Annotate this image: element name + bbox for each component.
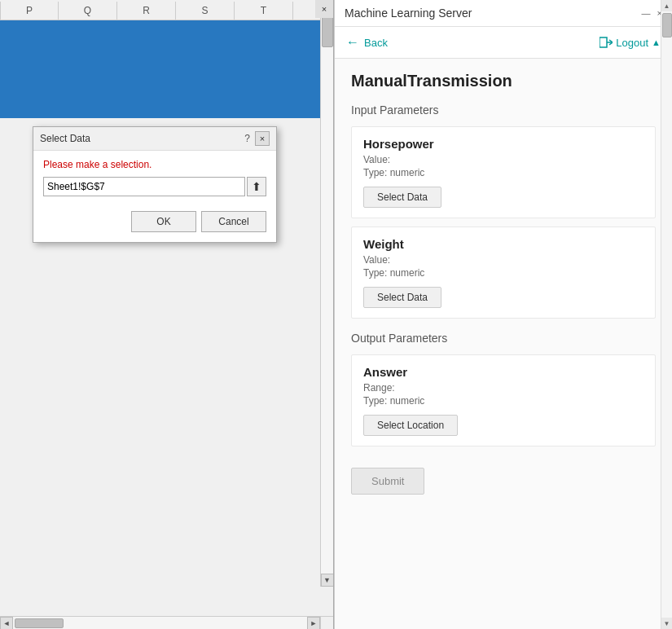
horsepower-name: Horsepower <box>363 137 643 151</box>
dialog-cancel-button[interactable]: Cancel <box>201 211 266 232</box>
weight-value-label: Value: <box>363 254 643 266</box>
back-arrow-icon: ← <box>346 35 359 50</box>
col-header-Q: Q <box>59 2 117 20</box>
ml-scroll-up-arrow[interactable]: ▲ <box>661 0 673 11</box>
weight-select-data-button[interactable]: Select Data <box>363 287 441 308</box>
back-label: Back <box>364 37 388 49</box>
ml-title: Machine Learning Server <box>345 7 472 20</box>
select-data-dialog: Select Data ? × Please make a selection.… <box>33 126 277 243</box>
ml-back-button[interactable]: ← Back <box>346 35 388 50</box>
output-section: Output Parameters Answer Range: Type: nu… <box>351 332 656 446</box>
col-header-P: P <box>0 2 59 20</box>
model-name: ManualTransmission <box>351 72 656 90</box>
dialog-input-row: ⬆ <box>43 177 266 196</box>
output-parameters-title: Output Parameters <box>351 332 656 345</box>
excel-panel: × P Q R S T U ▲ ▼ ◄ ► Select Data ? <box>0 0 334 629</box>
excel-close-button[interactable]: × <box>315 0 333 18</box>
dialog-help-button[interactable]: ? <box>244 133 250 144</box>
logout-chevron-icon: ▲ <box>652 37 661 47</box>
input-parameters-title: Input Parameters <box>351 103 656 117</box>
excel-horizontal-scrollbar: ◄ ► <box>0 616 320 629</box>
scroll-right-arrow[interactable]: ► <box>307 617 320 630</box>
ml-logout-button[interactable]: Logout ▲ <box>600 37 661 49</box>
col-header-R: R <box>117 2 176 20</box>
scroll-down-arrow[interactable]: ▼ <box>321 574 334 587</box>
answer-select-location-button[interactable]: Select Location <box>363 415 458 436</box>
column-headers: P Q R S T U <box>0 0 333 20</box>
dialog-titlebar: Select Data ? × <box>33 127 276 151</box>
scroll-thumb-h[interactable] <box>15 618 64 628</box>
logout-icon <box>600 37 613 48</box>
scroll-thumb-v[interactable] <box>322 15 333 47</box>
horsepower-card: Horsepower Value: Type: numeric Select D… <box>351 126 656 218</box>
ml-content: ManualTransmission Input Parameters Hors… <box>335 59 672 629</box>
ml-title-controls: — × <box>642 8 662 18</box>
dialog-close-button[interactable]: × <box>255 131 270 146</box>
ml-header: ← Back Logout ▲ <box>335 27 672 59</box>
dialog-ok-button[interactable]: OK <box>131 211 196 232</box>
ml-server-panel: Machine Learning Server — × ← Back Logou… <box>334 0 672 629</box>
col-header-S: S <box>176 2 235 20</box>
dialog-footer: OK Cancel <box>33 205 276 242</box>
weight-name: Weight <box>363 237 643 251</box>
ml-scroll-track[interactable] <box>661 11 672 618</box>
svg-rect-0 <box>600 37 607 47</box>
horsepower-select-data-button[interactable]: Select Data <box>363 187 441 208</box>
dialog-body: Please make a selection. ⬆ <box>33 151 276 205</box>
horsepower-type: Type: numeric <box>363 167 643 178</box>
scroll-left-arrow[interactable]: ◄ <box>0 617 13 630</box>
weight-type: Type: numeric <box>363 267 643 279</box>
dialog-range-input[interactable] <box>43 177 245 196</box>
horsepower-value-label: Value: <box>363 154 643 165</box>
weight-card: Weight Value: Type: numeric Select Data <box>351 227 656 319</box>
submit-button[interactable]: Submit <box>351 468 424 495</box>
excel-vertical-scrollbar: ▲ ▼ <box>320 0 333 587</box>
excel-content-area <box>0 20 333 118</box>
scroll-corner <box>320 616 333 629</box>
scroll-track-h[interactable] <box>13 617 307 629</box>
answer-type: Type: numeric <box>363 395 643 407</box>
answer-card: Answer Range: Type: numeric Select Locat… <box>351 354 656 446</box>
ml-titlebar: Machine Learning Server — × <box>335 0 672 27</box>
dialog-message: Please make a selection. <box>43 159 266 170</box>
ml-scroll-down-arrow[interactable]: ▼ <box>661 618 673 629</box>
scroll-track-v[interactable] <box>321 13 333 574</box>
col-header-T: T <box>235 2 293 20</box>
dialog-title: Select Data <box>40 133 90 144</box>
dialog-controls: ? × <box>244 131 270 146</box>
ml-scroll-thumb[interactable] <box>662 13 672 37</box>
answer-name: Answer <box>363 365 643 379</box>
ml-vertical-scrollbar: ▲ ▼ <box>661 0 672 629</box>
answer-range-label: Range: <box>363 382 643 394</box>
dialog-range-picker-button[interactable]: ⬆ <box>247 177 266 196</box>
logout-label: Logout <box>616 37 648 49</box>
ml-minimize-button[interactable]: — <box>642 8 651 18</box>
